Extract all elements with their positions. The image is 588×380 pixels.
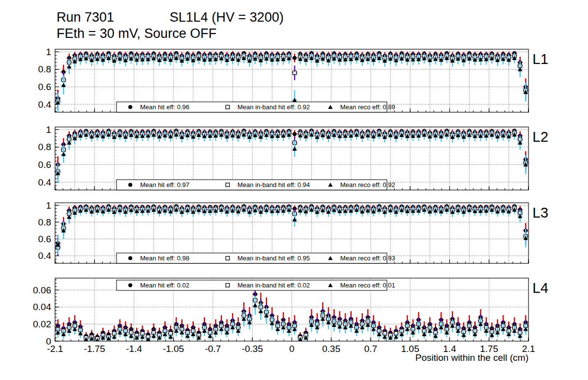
tick-label: Mean reco eff: 0.93 — [340, 254, 395, 262]
tick-label: 1 — [46, 47, 51, 57]
tick-label: 0.8 — [38, 142, 51, 152]
tick-label: Mean in-band hit eff: 0.02 — [237, 282, 310, 289]
layer-label-l2: L2 — [532, 129, 548, 145]
tick-label: Mean hit eff: 0.96 — [140, 103, 189, 111]
tick-label: 0.4 — [38, 177, 52, 188]
tick-label: 0.4 — [38, 99, 52, 110]
legend-L4: Mean hit eff: 0.02Mean in-band hit eff: … — [117, 280, 395, 290]
tick-label: 1 — [46, 200, 51, 211]
panel-L2: 0.40.60.81Mean hit eff: 0.97Mean in-band… — [38, 125, 529, 190]
tick-label: -1.05 — [163, 344, 184, 354]
tick-label: -1.75 — [84, 344, 105, 354]
tick-label: Mean hit eff: 0.02 — [140, 282, 189, 289]
tick-label: Mean in-band hit eff: 0.92 — [237, 103, 310, 111]
tick-label: 0.6 — [38, 159, 51, 170]
tick-label: -0.7 — [205, 344, 221, 354]
tick-label: 0 — [289, 344, 294, 354]
chamber-hv-label: SL1L4 (HV = 3200) — [170, 10, 284, 25]
panel-L1: 0.40.60.81Mean hit eff: 0.96Mean in-band… — [38, 47, 529, 112]
panel-L3: 0.40.60.81Mean hit eff: 0.98Mean in-band… — [38, 200, 529, 263]
tick-label: Mean reco eff: 0.01 — [340, 282, 395, 289]
layer-label-l4: L4 — [532, 280, 548, 296]
conditions-label: FEth = 30 mV, Source OFF — [57, 26, 216, 41]
tick-label: 0.02 — [33, 319, 51, 329]
tick-label: 0.04 — [33, 302, 51, 312]
legend-L1: Mean hit eff: 0.96Mean in-band hit eff: … — [117, 102, 395, 112]
layer-label-l1: L1 — [532, 51, 548, 67]
x-axis-title: Position within the cell (cm) — [332, 352, 529, 363]
tick-label: Mean hit eff: 0.97 — [140, 181, 189, 189]
tick-label: Mean reco eff: 0.89 — [340, 103, 395, 111]
tick-label: Mean in-band hit eff: 0.94 — [237, 181, 310, 189]
tick-label: 0 — [46, 336, 51, 347]
legend-L3: Mean hit eff: 0.98Mean in-band hit eff: … — [117, 253, 395, 263]
efficiency-plots-svg: 0.40.60.81Mean hit eff: 0.96Mean in-band… — [0, 0, 588, 380]
tick-label: Mean in-band hit eff: 0.95 — [237, 254, 310, 262]
root-canvas: 0.40.60.81Mean hit eff: 0.96Mean in-band… — [0, 0, 588, 380]
layer-label-l3: L3 — [532, 205, 548, 221]
tick-label: 0.8 — [38, 217, 51, 227]
tick-label: 1 — [46, 125, 51, 135]
run-number-label: Run 7301 — [57, 10, 114, 25]
tick-label: Mean hit eff: 0.98 — [140, 254, 189, 262]
tick-label: -1.4 — [126, 344, 142, 354]
tick-label: 0.6 — [38, 234, 51, 244]
panel-L4: -2.1-1.75-1.4-1.05-0.7-0.3500.350.71.051… — [33, 278, 535, 354]
tick-label: 0.06 — [33, 285, 51, 295]
legend-L2: Mean hit eff: 0.97Mean in-band hit eff: … — [117, 180, 395, 190]
tick-label: 0.4 — [38, 251, 52, 261]
tick-label: 0.6 — [38, 82, 51, 92]
tick-label: -0.35 — [242, 344, 263, 354]
plot-title-line1: Run 7301 SL1L4 (HV = 3200) — [0, 10, 15, 25]
tick-label: 0.8 — [38, 64, 51, 74]
tick-label: Mean reco eff: 0.92 — [340, 181, 395, 189]
